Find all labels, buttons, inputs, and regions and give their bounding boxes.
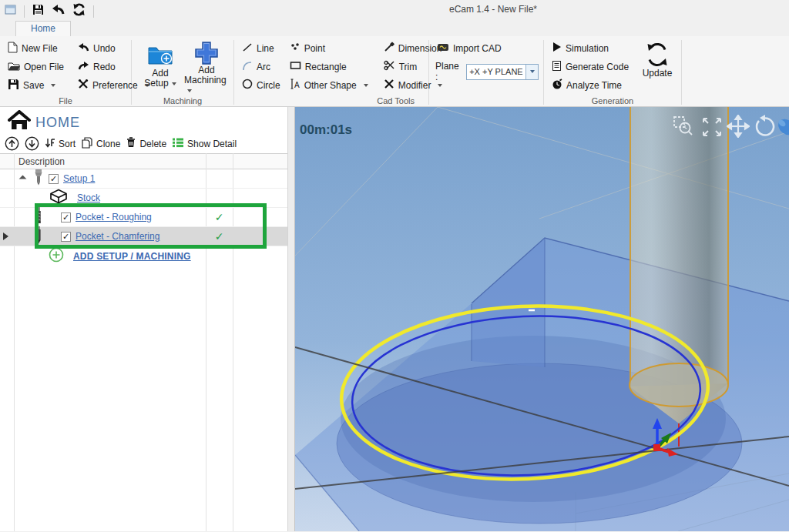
add-setup-button[interactable]: Add Setup	[138, 40, 183, 94]
update-button[interactable]: Update	[638, 40, 677, 94]
roughing-link[interactable]: Pocket - Roughing	[76, 212, 152, 223]
show-detail-button[interactable]: Show Detail	[172, 137, 237, 150]
tree-row-stock[interactable]: Stock	[0, 189, 287, 208]
save-label: Save	[23, 80, 44, 91]
new-file-button[interactable]: New File	[6, 40, 65, 56]
chamfering-link[interactable]: Pocket - Chamfering	[76, 231, 159, 242]
arc-button[interactable]: Arc	[240, 59, 282, 75]
update-label: Update	[643, 69, 673, 79]
home-icon[interactable]	[8, 110, 31, 135]
dimension-icon	[384, 42, 394, 55]
open-file-label: Open File	[24, 62, 64, 72]
chamfer-tool-icon	[35, 226, 42, 247]
line-button[interactable]: Line	[240, 40, 282, 56]
save-button[interactable]: Save	[6, 77, 65, 93]
generate-code-button[interactable]: Generate Code	[550, 59, 630, 75]
open-file-button[interactable]: Open File	[6, 59, 65, 75]
other-shape-label: Other Shape	[304, 80, 357, 91]
tree-row-pocket-roughing[interactable]: ✓ Pocket - Roughing ✓	[0, 208, 287, 227]
clone-button[interactable]: Clone	[81, 136, 120, 151]
line-icon	[242, 42, 253, 55]
window-title: eCam 1.4 - New File*	[449, 4, 537, 15]
viewport-3d[interactable]: 00m:01s	[295, 107, 789, 531]
zoom-fit-icon[interactable]	[701, 116, 723, 141]
stock-cube-icon	[49, 189, 68, 207]
arc-icon	[242, 61, 253, 73]
circle-button[interactable]: Circle	[240, 77, 282, 93]
other-shape-icon: A	[290, 79, 300, 92]
plane-select-value: +X +Y PLANE	[467, 67, 525, 76]
setup-link[interactable]: Setup 1	[63, 173, 95, 184]
point-button[interactable]: Point	[288, 40, 370, 56]
rectangle-label: Rectangle	[305, 62, 347, 72]
generate-code-icon	[552, 60, 562, 74]
table-header-row: Description	[0, 153, 287, 169]
expander-icon[interactable]	[19, 175, 27, 182]
new-file-label: New File	[22, 43, 58, 54]
column-header-description[interactable]: Description	[18, 154, 65, 169]
endmill-icon	[35, 207, 42, 227]
preference-icon	[78, 79, 89, 92]
machining-group-label: Machining	[132, 96, 233, 105]
chamfering-checkbox[interactable]: ✓	[61, 232, 71, 242]
home-header-label: HOME	[35, 115, 80, 131]
undo-icon[interactable]	[52, 4, 65, 18]
roughing-checkbox[interactable]: ✓	[61, 212, 71, 223]
simulation-button[interactable]: Simulation	[550, 40, 630, 56]
redo-label: Redo	[93, 62, 116, 72]
import-cad-button[interactable]: Import CAD	[435, 40, 539, 56]
ribbon: New File Open File Save Undo	[0, 36, 789, 107]
simulation-timer: 00m:01s	[300, 122, 352, 138]
view-orientation-icon[interactable]	[776, 117, 789, 140]
sort-button[interactable]: Sort	[45, 137, 76, 151]
app-window-icon[interactable]	[5, 5, 17, 18]
move-down-button[interactable]	[25, 136, 39, 151]
simulation-label: Simulation	[566, 43, 609, 54]
rotate-view-icon[interactable]	[753, 115, 777, 142]
delete-label: Delete	[139, 139, 166, 149]
undo-label: Undo	[93, 43, 116, 54]
analyze-time-button[interactable]: Analyze Time	[550, 77, 630, 93]
generation-group-label: Generation	[544, 96, 681, 105]
tree-row-add-setup-machining[interactable]: ADD SETUP / MACHINING	[0, 246, 287, 266]
zoom-window-icon[interactable]	[672, 115, 695, 141]
refresh-icon[interactable]	[72, 3, 86, 19]
other-shape-button[interactable]: A Other Shape	[288, 77, 370, 93]
add-setup-caret-icon	[172, 82, 176, 85]
other-shape-caret-icon	[364, 84, 368, 87]
save-icon[interactable]	[32, 3, 45, 19]
tree-row-setup[interactable]: ✓ Setup 1	[0, 169, 287, 189]
tab-home[interactable]: Home	[15, 21, 71, 36]
qat-separator	[24, 5, 25, 18]
pan-icon[interactable]	[727, 115, 750, 141]
move-up-button[interactable]	[5, 136, 19, 151]
ecam-window: eCam 1.4 - New File* Home New File Open …	[0, 0, 789, 532]
qat-separator-2	[93, 5, 94, 18]
update-icon	[645, 41, 670, 69]
stock-link[interactable]: Stock	[77, 192, 100, 203]
line-label: Line	[257, 43, 274, 54]
analyze-time-icon	[552, 79, 562, 92]
add-setup-machining-link[interactable]: ADD SETUP / MACHINING	[73, 251, 191, 262]
add-machining-icon	[194, 41, 219, 65]
home-header: HOME	[8, 110, 80, 135]
setup-checkbox[interactable]: ✓	[49, 174, 59, 184]
show-detail-label: Show Detail	[187, 139, 237, 149]
sort-label: Sort	[59, 139, 76, 149]
add-machining-button[interactable]: Add Machining	[184, 40, 229, 94]
plane-select-dropdown-icon[interactable]	[525, 65, 538, 79]
point-label: Point	[304, 43, 325, 54]
rectangle-button[interactable]: Rectangle	[288, 59, 370, 75]
rectangle-icon	[290, 61, 301, 72]
ribbon-group-file: New File Open File Save Undo	[0, 38, 131, 106]
viewport-3d-scene	[295, 107, 789, 531]
tree-row-pocket-chamfering[interactable]: ✓ Pocket - Chamfering ✓	[0, 227, 287, 246]
quick-access-toolbar	[5, 3, 94, 19]
plane-select[interactable]: +X +Y PLANE	[466, 64, 539, 80]
panel-splitter[interactable]	[287, 107, 295, 531]
delete-button[interactable]: Delete	[126, 136, 166, 151]
svg-text:A: A	[294, 81, 300, 89]
clone-label: Clone	[96, 139, 120, 149]
trim-icon	[384, 60, 395, 73]
ribbon-group-import: Import CAD Plane : +X +Y PLANE	[429, 38, 543, 106]
